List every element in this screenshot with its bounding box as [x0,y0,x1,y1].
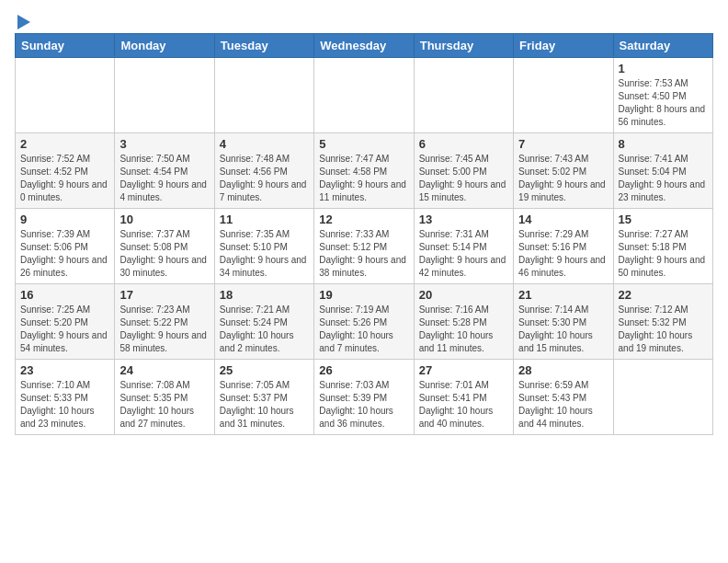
day-info: Sunrise: 7:45 AM Sunset: 5:00 PM Dayligh… [419,153,508,204]
day-info: Sunrise: 7:29 AM Sunset: 5:16 PM Dayligh… [518,228,608,280]
calendar-cell [514,58,613,133]
calendar-cell: 4Sunrise: 7:48 AM Sunset: 4:56 PM Daylig… [214,133,313,209]
calendar-cell: 3Sunrise: 7:50 AM Sunset: 4:54 PM Daylig… [115,133,214,209]
calendar-cell [314,58,414,133]
day-number: 7 [518,137,608,151]
day-info: Sunrise: 7:08 AM Sunset: 5:35 PM Dayligh… [119,379,209,431]
col-header-thursday: Thursday [414,34,513,58]
calendar-cell: 16Sunrise: 7:25 AM Sunset: 5:20 PM Dayli… [16,284,115,360]
day-number: 11 [220,213,309,226]
day-info: Sunrise: 7:33 AM Sunset: 5:12 PM Dayligh… [319,228,408,280]
calendar-cell [115,58,214,133]
calendar-cell: 10Sunrise: 7:37 AM Sunset: 5:08 PM Dayli… [115,209,214,284]
page-header [15,15,713,26]
col-header-wednesday: Wednesday [314,34,414,58]
calendar-cell: 9Sunrise: 7:39 AM Sunset: 5:06 PM Daylig… [16,209,115,284]
calendar-cell [16,58,115,133]
day-number: 18 [220,288,309,302]
calendar-cell: 22Sunrise: 7:12 AM Sunset: 5:32 PM Dayli… [613,284,712,360]
calendar-cell: 6Sunrise: 7:45 AM Sunset: 5:00 PM Daylig… [414,133,513,209]
calendar-cell: 27Sunrise: 7:01 AM Sunset: 5:41 PM Dayli… [414,360,513,435]
day-info: Sunrise: 7:03 AM Sunset: 5:39 PM Dayligh… [319,379,408,431]
day-info: Sunrise: 7:47 AM Sunset: 4:58 PM Dayligh… [319,153,408,204]
calendar-cell: 5Sunrise: 7:47 AM Sunset: 4:58 PM Daylig… [314,133,414,209]
day-info: Sunrise: 7:25 AM Sunset: 5:20 PM Dayligh… [20,304,109,355]
col-header-saturday: Saturday [613,34,712,58]
day-info: Sunrise: 7:21 AM Sunset: 5:24 PM Dayligh… [220,304,309,355]
calendar-cell [613,360,712,435]
day-info: Sunrise: 7:43 AM Sunset: 5:02 PM Dayligh… [518,153,608,204]
day-info: Sunrise: 7:39 AM Sunset: 5:06 PM Dayligh… [20,228,109,280]
col-header-monday: Monday [115,34,214,58]
day-number: 2 [20,137,109,151]
day-number: 22 [619,288,708,302]
calendar-cell: 7Sunrise: 7:43 AM Sunset: 5:02 PM Daylig… [514,133,613,209]
calendar-cell: 20Sunrise: 7:16 AM Sunset: 5:28 PM Dayli… [414,284,513,360]
calendar-week-row: 23Sunrise: 7:10 AM Sunset: 5:33 PM Dayli… [16,360,713,435]
day-number: 8 [619,137,708,151]
calendar-cell: 21Sunrise: 7:14 AM Sunset: 5:30 PM Dayli… [514,284,613,360]
day-number: 17 [119,288,209,302]
day-info: Sunrise: 7:52 AM Sunset: 4:52 PM Dayligh… [20,153,109,204]
day-info: Sunrise: 7:41 AM Sunset: 5:04 PM Dayligh… [619,153,708,204]
calendar-table: SundayMondayTuesdayWednesdayThursdayFrid… [15,33,713,435]
day-number: 14 [518,213,608,226]
col-header-friday: Friday [514,34,613,58]
day-number: 19 [319,288,408,302]
day-number: 21 [518,288,608,302]
day-number: 28 [518,363,608,377]
day-number: 26 [319,363,408,377]
day-number: 4 [220,137,309,151]
day-number: 23 [20,363,109,377]
calendar-cell: 12Sunrise: 7:33 AM Sunset: 5:12 PM Dayli… [314,209,414,284]
col-header-tuesday: Tuesday [214,34,313,58]
calendar-cell: 19Sunrise: 7:19 AM Sunset: 5:26 PM Dayli… [314,284,414,360]
day-info: Sunrise: 7:31 AM Sunset: 5:14 PM Dayligh… [419,228,508,280]
calendar-cell: 11Sunrise: 7:35 AM Sunset: 5:10 PM Dayli… [214,209,313,284]
day-number: 20 [419,288,508,302]
day-info: Sunrise: 7:16 AM Sunset: 5:28 PM Dayligh… [419,304,508,355]
logo [15,15,30,26]
day-number: 6 [419,137,508,151]
calendar-cell: 2Sunrise: 7:52 AM Sunset: 4:52 PM Daylig… [16,133,115,209]
day-info: Sunrise: 7:01 AM Sunset: 5:41 PM Dayligh… [419,379,508,431]
calendar-cell: 15Sunrise: 7:27 AM Sunset: 5:18 PM Dayli… [613,209,712,284]
calendar-cell: 25Sunrise: 7:05 AM Sunset: 5:37 PM Dayli… [214,360,313,435]
calendar-cell: 8Sunrise: 7:41 AM Sunset: 5:04 PM Daylig… [613,133,712,209]
day-number: 3 [119,137,209,151]
calendar-cell: 23Sunrise: 7:10 AM Sunset: 5:33 PM Dayli… [16,360,115,435]
calendar-cell: 18Sunrise: 7:21 AM Sunset: 5:24 PM Dayli… [214,284,313,360]
calendar-header-row: SundayMondayTuesdayWednesdayThursdayFrid… [16,34,713,58]
day-info: Sunrise: 7:12 AM Sunset: 5:32 PM Dayligh… [619,304,708,355]
logo-arrow-icon [17,15,30,29]
day-info: Sunrise: 7:37 AM Sunset: 5:08 PM Dayligh… [119,228,209,280]
calendar-week-row: 2Sunrise: 7:52 AM Sunset: 4:52 PM Daylig… [16,133,713,209]
calendar-week-row: 16Sunrise: 7:25 AM Sunset: 5:20 PM Dayli… [16,284,713,360]
day-info: Sunrise: 7:53 AM Sunset: 4:50 PM Dayligh… [619,77,708,129]
day-info: Sunrise: 7:19 AM Sunset: 5:26 PM Dayligh… [319,304,408,355]
day-number: 13 [419,213,508,226]
day-number: 5 [319,137,408,151]
day-info: Sunrise: 7:50 AM Sunset: 4:54 PM Dayligh… [119,153,209,204]
day-info: Sunrise: 7:23 AM Sunset: 5:22 PM Dayligh… [119,304,209,355]
day-number: 25 [220,363,309,377]
calendar-week-row: 9Sunrise: 7:39 AM Sunset: 5:06 PM Daylig… [16,209,713,284]
day-number: 12 [319,213,408,226]
calendar-cell: 13Sunrise: 7:31 AM Sunset: 5:14 PM Dayli… [414,209,513,284]
calendar-cell: 17Sunrise: 7:23 AM Sunset: 5:22 PM Dayli… [115,284,214,360]
calendar-cell: 28Sunrise: 6:59 AM Sunset: 5:43 PM Dayli… [514,360,613,435]
day-info: Sunrise: 7:27 AM Sunset: 5:18 PM Dayligh… [619,228,708,280]
day-info: Sunrise: 7:14 AM Sunset: 5:30 PM Dayligh… [518,304,608,355]
day-number: 24 [119,363,209,377]
day-number: 27 [419,363,508,377]
col-header-sunday: Sunday [16,34,115,58]
calendar-cell [414,58,513,133]
day-number: 1 [619,62,708,75]
day-info: Sunrise: 7:05 AM Sunset: 5:37 PM Dayligh… [220,379,309,431]
calendar-cell: 14Sunrise: 7:29 AM Sunset: 5:16 PM Dayli… [514,209,613,284]
day-number: 10 [119,213,209,226]
day-info: Sunrise: 7:48 AM Sunset: 4:56 PM Dayligh… [220,153,309,204]
calendar-cell: 24Sunrise: 7:08 AM Sunset: 5:35 PM Dayli… [115,360,214,435]
calendar-week-row: 1Sunrise: 7:53 AM Sunset: 4:50 PM Daylig… [16,58,713,133]
day-number: 15 [619,213,708,226]
